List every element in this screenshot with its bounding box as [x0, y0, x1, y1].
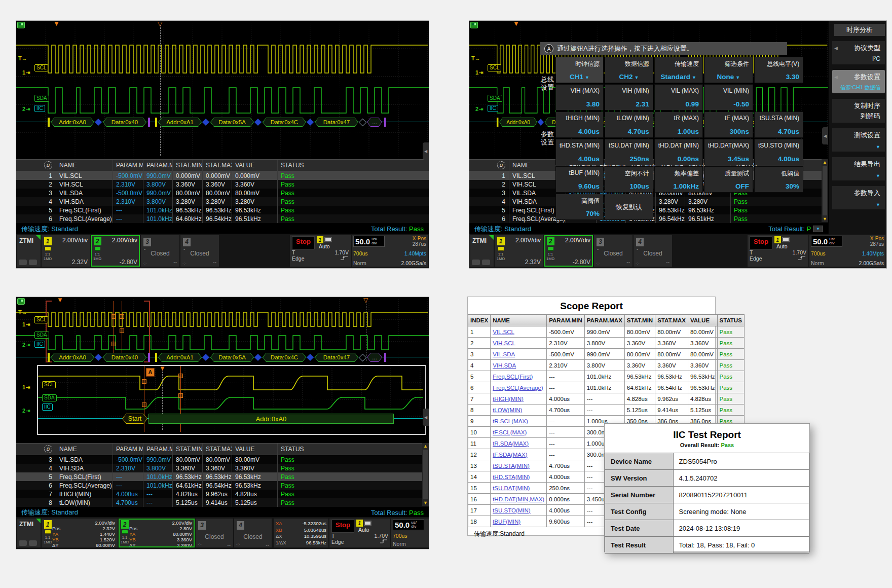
- ch4-status-block[interactable]: 4 --:- Closed --: [180, 235, 219, 267]
- ch1-ground-marker[interactable]: 1⇥: [22, 321, 30, 328]
- sidebar-item-5[interactable]: 结果导出▼: [832, 157, 885, 180]
- param-link[interactable]: tSU.STO(MIN): [493, 507, 531, 513]
- trigger-block[interactable]: Stop 1 Auto T1.70V Edge: [329, 519, 390, 547]
- ch3-status-block[interactable]: 3 --:- Closed --: [594, 235, 633, 267]
- scroll-down-icon[interactable]: ▼: [423, 500, 428, 506]
- zoom-trigger-marker-icon[interactable]: ▼: [159, 366, 166, 371]
- measurement-row[interactable]: 1VIL.SCL-500.0mV990.0mV0.000mV0.000mV0.0…: [16, 171, 429, 180]
- cursor-a-line[interactable]: [114, 301, 114, 360]
- scroll-down-icon[interactable]: ▼: [823, 216, 827, 222]
- param-link[interactable]: tHIGH(MIN): [493, 396, 524, 402]
- param-link[interactable]: tSU.STA(MIN): [493, 463, 530, 469]
- measurement-row[interactable]: 3VIL.SDA-500.0mV990.0mV80.00mV80.00mV80.…: [16, 189, 429, 197]
- trigger-level-marker[interactable]: T→: [18, 55, 27, 61]
- cursor-handle-icon[interactable]: [112, 314, 116, 319]
- scroll-up-icon[interactable]: ▲: [823, 159, 827, 165]
- ch3-status-block[interactable]: 3 --:- Closed --: [196, 519, 233, 547]
- measurement-row[interactable]: 6Freq.SCL(Average)---101.0kHz64.61kHz96.…: [16, 481, 429, 490]
- ch1-status-block[interactable]: 1 1:11MΩ 2.00V/div2.32V: [42, 235, 90, 267]
- dialog-setting-cell[interactable]: tSU.DAT (MIN)250ns: [605, 139, 653, 165]
- sidebar-item-3[interactable]: 复制时序到解码: [832, 99, 885, 123]
- measurement-row[interactable]: 4VIH.SDA2.310V3.800V3.280V3.280V3.280VPa…: [16, 197, 429, 206]
- dialog-setting-cell[interactable]: tHD.DAT(MAX)3.45us: [704, 139, 753, 165]
- restore-default-button[interactable]: 恢复默认: [605, 194, 653, 220]
- dialog-setting-cell[interactable]: 数据信源CH2▼: [605, 57, 653, 83]
- param-link[interactable]: VIH.SDA: [493, 362, 516, 369]
- sidebar-item-1[interactable]: ◀协议类型I²C: [832, 41, 885, 64]
- table-scrollbar[interactable]: ▲▼: [422, 443, 429, 506]
- ch2-ground-marker[interactable]: 2⇥: [22, 408, 30, 414]
- scroll-page-down-icon[interactable]: ▼: [813, 226, 823, 232]
- dialog-setting-cell[interactable]: tBUF (MIN)9.60us: [555, 166, 604, 193]
- ch4-status-block[interactable]: 4 --:- Closed --: [634, 235, 672, 267]
- cursor-handle-icon[interactable]: [178, 393, 183, 398]
- delay-marker-icon[interactable]: ▽: [158, 21, 162, 26]
- measurement-row[interactable]: 6Freq.SCL(Average)---101.0kHz64.60kHz96.…: [16, 214, 429, 223]
- ch1-ground-marker[interactable]: 1⇥: [475, 69, 483, 76]
- ch1-ground-marker[interactable]: 1⇥: [22, 384, 30, 391]
- dialog-setting-cell[interactable]: 总线电平(V)3.30: [754, 57, 803, 83]
- dialog-setting-cell[interactable]: 传输速度Standard▼: [654, 57, 703, 83]
- menu-collapse-handle[interactable]: ◀: [423, 409, 429, 426]
- drag-icon[interactable]: [29, 260, 37, 265]
- dialog-setting-cell[interactable]: tHD.STA (MIN)4.00us: [555, 139, 604, 165]
- ch4-status-block[interactable]: 4 --:- Closed --: [234, 519, 272, 547]
- sidebar-item-6[interactable]: 参数导入▼: [832, 186, 885, 209]
- param-link[interactable]: tLOW(MIN): [493, 407, 522, 413]
- param-link[interactable]: tSU.DAT(MIN): [493, 485, 530, 491]
- cursor-handle-icon[interactable]: [112, 342, 116, 346]
- param-link[interactable]: tBUF(MIN): [493, 519, 521, 525]
- timebase-block[interactable]: 50.0us/ div X-Pos287us 700us1.40Mpts Nor…: [352, 235, 428, 267]
- dropdown-caret-icon[interactable]: ▼: [692, 75, 696, 80]
- param-link[interactable]: tR.SCL(MAX): [493, 418, 528, 424]
- dialog-setting-cell[interactable]: 高阈值70%: [555, 194, 604, 220]
- dialog-setting-cell[interactable]: 筛选条件None▼: [704, 57, 753, 83]
- param-link[interactable]: Freq.SCL(Average): [493, 385, 543, 391]
- param-link[interactable]: tR.SDA(MAX): [493, 440, 529, 447]
- ch2-status-block[interactable]: 2 1:11MΩ 2.00V/div Pos-2.80V YA80.00mV Y…: [119, 519, 195, 547]
- drag-icon[interactable]: [482, 260, 490, 265]
- ch2-ground-marker[interactable]: 2⇥: [22, 106, 30, 113]
- trigger-block[interactable]: Stop 1 Auto T1.70V Edge: [290, 235, 351, 267]
- cursor-a-badge[interactable]: A: [146, 368, 155, 377]
- delay-marker-icon[interactable]: ▽: [363, 298, 368, 303]
- dialog-setting-cell[interactable]: tSU.STA (MIN)4.70us: [754, 112, 803, 138]
- ch2-status-block[interactable]: 2 1:11MΩ 2.00V/div-2.80V: [544, 235, 593, 267]
- dialog-setting-cell[interactable]: 质量测试OFF: [704, 166, 753, 193]
- touch-icon[interactable]: [19, 540, 27, 546]
- touch-icon[interactable]: [19, 260, 27, 265]
- param-link[interactable]: VIL.SDA: [493, 351, 515, 357]
- measurement-row[interactable]: 5Freq.SCL(First)---101.0kHz96.53kHz96.53…: [16, 206, 429, 214]
- cursor-handle-icon[interactable]: [120, 314, 124, 319]
- ch1-status-block[interactable]: 1 1:11MΩ 2.00V/div2.32V: [495, 235, 543, 267]
- table-scrollbar[interactable]: ▲▼: [822, 159, 828, 222]
- dialog-setting-cell[interactable]: tHIGH (MIN)4.00us: [555, 112, 604, 138]
- measurement-row[interactable]: 4VIH.SDA2.310V3.800V3.360V3.360V3.360VPa…: [16, 464, 429, 472]
- cursor-handle-icon[interactable]: [142, 402, 146, 407]
- timebase-block[interactable]: 50.0us/ div X-Pos287us 700us1.40Mpts Nor…: [809, 235, 885, 267]
- ch1-ground-marker[interactable]: 1⇥: [22, 69, 30, 76]
- ch3-status-block[interactable]: 3 --:- Closed --: [141, 235, 179, 267]
- cursor-handle-icon[interactable]: [120, 328, 124, 333]
- dialog-setting-cell[interactable]: VIH (MIN)2.31: [605, 84, 653, 111]
- ch1-status-block[interactable]: 1 1:11MΩ 2.00V/div Pos2.32V YA1.440V YB1…: [42, 519, 118, 547]
- param-link[interactable]: VIH.SCL: [493, 340, 515, 346]
- param-link[interactable]: tF.SDA(MAX): [493, 452, 527, 458]
- dialog-setting-cell[interactable]: 时钟信源CH1▼: [555, 57, 604, 83]
- param-link[interactable]: Freq.SCL(First): [493, 374, 533, 380]
- timebase-block[interactable]: 50.0us/ div X-Pos287us 700us1.40Mpts Nor…: [391, 519, 429, 547]
- dialog-setting-cell[interactable]: tSU.STO (MIN)4.00us: [754, 139, 803, 165]
- param-link[interactable]: VIL.SCL: [493, 329, 514, 335]
- dialog-setting-cell[interactable]: VIL (MIN)-0.50: [704, 84, 753, 111]
- trigger-block[interactable]: Stop 1 Auto T1.70V Edge: [748, 235, 808, 267]
- measurement-row[interactable]: 7tHIGH(MIN)4.000us---4.828us9.962us4.828…: [16, 490, 429, 498]
- dialog-setting-cell[interactable]: 低阈值30%: [754, 166, 803, 193]
- drag-icon[interactable]: [29, 540, 37, 546]
- measurement-row[interactable]: 8tLOW(MIN)4.700us---5.125us9.414us5.125u…: [16, 498, 429, 507]
- dialog-setting-cell[interactable]: tF (MAX)300ns: [704, 112, 753, 138]
- ch2-ground-marker[interactable]: 2⇥: [475, 106, 483, 113]
- scroll-up-icon[interactable]: ▲: [423, 443, 428, 449]
- menu-collapse-handle[interactable]: ◀: [423, 142, 429, 160]
- cursor-handle-icon[interactable]: [178, 374, 183, 378]
- param-link[interactable]: tHD.DAT(MIN,MAX): [493, 496, 544, 502]
